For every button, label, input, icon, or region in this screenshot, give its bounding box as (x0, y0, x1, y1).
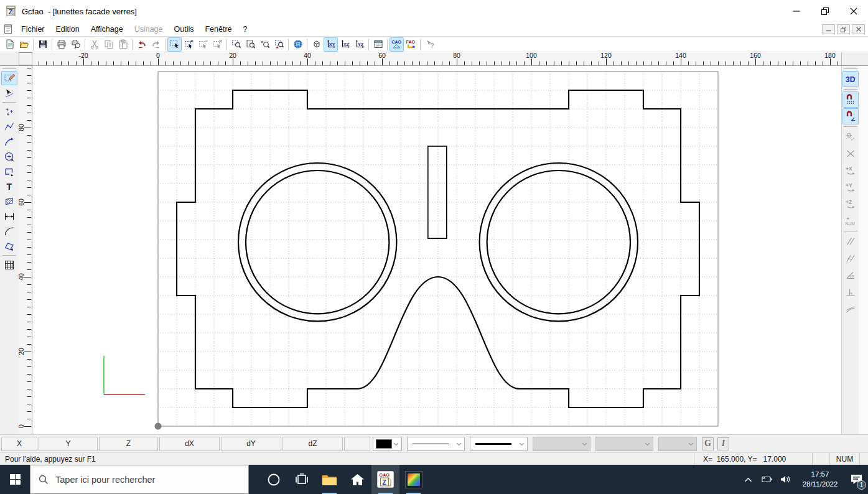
taskbar-search[interactable]: Taper ici pour rechercher (30, 465, 249, 494)
dimension-tool-button[interactable] (1, 209, 17, 223)
menu-help[interactable]: ? (238, 24, 253, 35)
menu-fenetre[interactable]: Fenêtre (199, 24, 237, 35)
file-explorer-button[interactable] (315, 465, 343, 494)
surface-tool-button[interactable] (1, 239, 17, 253)
origin-handle[interactable] (155, 423, 162, 430)
task-view-icon (295, 473, 309, 486)
svg-text:Z: Z (9, 8, 13, 16)
save-button[interactable] (35, 37, 50, 52)
menu-outils[interactable]: Outils (169, 24, 200, 35)
arc-tool-button[interactable] (1, 134, 17, 149)
xz-plane-icon: XZ (340, 39, 350, 49)
undo-button[interactable] (134, 37, 149, 52)
print-icon (57, 39, 67, 49)
child-close-button[interactable] (852, 24, 865, 34)
gcao-app-button[interactable]: CAOZ (371, 465, 399, 494)
select-edit-tool-button[interactable] (1, 71, 17, 85)
restore-button[interactable] (811, 0, 839, 22)
snap-grid-button[interactable] (842, 91, 859, 108)
toolbar-separator (52, 39, 52, 50)
globe-button[interactable] (291, 37, 305, 52)
ruler-spacer (0, 52, 19, 65)
coord-dy-cell[interactable]: dY (221, 437, 281, 451)
cut-icon (90, 39, 100, 49)
menu-edition[interactable]: Edition (50, 24, 85, 35)
open-file-button[interactable] (17, 37, 31, 52)
ruler-right-gap (841, 52, 868, 65)
menu-fichier[interactable]: Fichier (16, 24, 50, 35)
fao-mode-button[interactable]: FAO (404, 37, 418, 52)
properties-list-button[interactable] (371, 37, 385, 52)
volume-button[interactable] (776, 465, 795, 494)
tray-expand-button[interactable] (739, 465, 757, 494)
select-add-button[interactable] (182, 37, 196, 52)
rectangle-tool-button[interactable] (1, 164, 17, 179)
xz-plane-button[interactable]: XZ (338, 37, 352, 52)
toolbar-separator (288, 39, 289, 50)
clock[interactable]: 17:57 28/11/2022 (795, 465, 845, 494)
zoom-selection-button[interactable] (272, 37, 286, 52)
start-button[interactable] (0, 465, 30, 494)
cao-mode-button[interactable]: CAO (390, 37, 404, 52)
svg-text:FAO: FAO (406, 40, 416, 44)
close-icon (850, 7, 857, 15)
angle-button: α (842, 267, 859, 283)
select-remove-button (196, 37, 210, 52)
zoom-back-button[interactable] (258, 37, 272, 52)
coord-dz-cell[interactable]: dZ (282, 437, 343, 451)
coord-y-cell[interactable]: Y (39, 437, 98, 451)
coord-x-cell[interactable]: X (1, 437, 37, 451)
toolbar-separator (33, 39, 34, 50)
select-button[interactable] (167, 37, 182, 52)
xy-plane-button[interactable]: XY (324, 37, 338, 52)
snap-point-button[interactable] (842, 108, 859, 124)
task-view-button[interactable] (287, 465, 315, 494)
line-style-dropdown[interactable] (407, 437, 465, 451)
svg-text:120: 120 (600, 52, 612, 59)
battery-button[interactable] (757, 465, 776, 494)
child-restore-button[interactable] (837, 24, 850, 34)
svg-text:3D: 3D (846, 75, 856, 84)
rectangle-tool-icon (4, 166, 15, 177)
drawing-canvas[interactable] (32, 66, 841, 434)
minimize-button[interactable] (782, 0, 811, 22)
circle-tool-button[interactable] (1, 149, 17, 164)
child-minimize-button[interactable] (822, 24, 835, 34)
svg-text:40: 40 (304, 52, 311, 59)
coord-z-cell[interactable]: Z (99, 437, 158, 451)
points-tool-button[interactable] (1, 105, 17, 119)
left-toolbar: T (0, 66, 19, 434)
grid-settings-button[interactable] (1, 258, 17, 272)
disabled-dropdown-3 (658, 437, 697, 451)
minimize-icon (793, 7, 800, 15)
print-button[interactable] (54, 37, 68, 52)
menu-affichage[interactable]: Affichage (85, 24, 129, 35)
zoom-page-button[interactable] (243, 37, 258, 52)
notification-center-button[interactable]: 1 (845, 465, 868, 494)
hatch-tool-button[interactable] (1, 194, 17, 208)
perpendicular-icon (845, 286, 856, 297)
coord-dx-cell[interactable]: dX (159, 437, 220, 451)
cortana-button[interactable] (259, 465, 287, 494)
new-document-button[interactable] (2, 37, 17, 52)
home-app-button[interactable] (343, 465, 371, 494)
toolbar-separator (387, 39, 388, 50)
text-tool-button[interactable]: T (1, 179, 17, 193)
zoom-window-button[interactable] (229, 37, 243, 52)
search-placeholder: Taper ici pour rechercher (55, 475, 155, 485)
svg-text:100: 100 (526, 52, 537, 59)
text-tool-icon: T (4, 181, 15, 192)
properties-list-icon (373, 39, 383, 49)
close-button[interactable] (839, 0, 868, 22)
cube-button[interactable] (309, 37, 324, 52)
yz-plane-button[interactable]: YZ (352, 37, 366, 52)
line-width-dropdown[interactable] (470, 437, 528, 451)
polyline-tool-button[interactable] (1, 119, 17, 134)
undo-icon (137, 39, 147, 49)
node-edit-tool-button[interactable] (1, 86, 17, 100)
color-dropdown[interactable] (373, 437, 402, 451)
corner-curve-tool-button[interactable] (1, 224, 17, 238)
colors-app-button[interactable] (399, 465, 427, 494)
view-3d-button[interactable]: 3D (842, 71, 859, 87)
print-preview-button[interactable] (68, 37, 83, 52)
